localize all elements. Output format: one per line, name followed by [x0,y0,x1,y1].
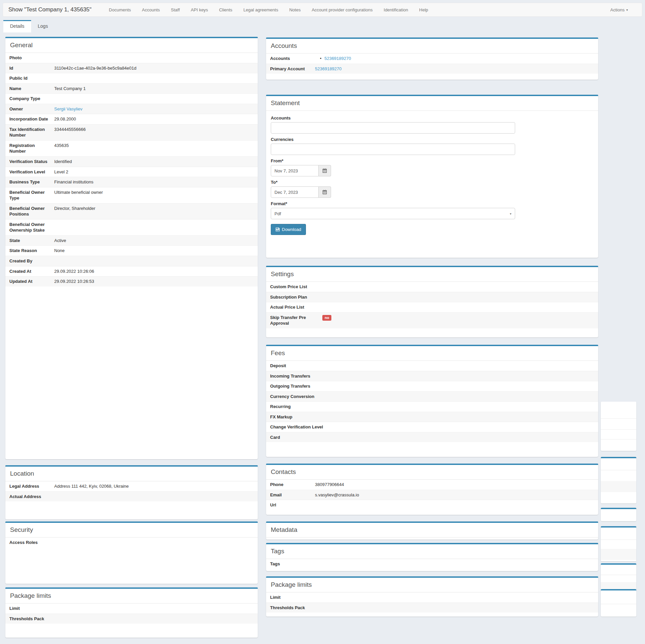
table-row: Custom Price List [266,282,598,292]
statement-to-label: To* [271,180,593,185]
table-row: Change Verification Level [266,422,598,432]
section-title: Security [5,523,258,538]
table-row: Thresholds Pack [5,614,258,624]
navbar-item[interactable]: Identification [384,7,408,12]
row-label: Verification Level [9,169,54,175]
section-contacts: Contacts Phone380977906644Emails.vasylie… [266,464,598,515]
navbar-item[interactable]: API keys [191,7,208,12]
accounts-table: Accounts•52369189270Primary Account52369… [266,54,598,74]
account-link[interactable]: 52369189270 [324,56,351,62]
row-label: Registration Number [9,143,54,154]
table-row: Currency Conversion [266,391,598,402]
table-row: Accounts•52369189270 [266,54,598,64]
section-title: Tags [266,544,598,559]
navbar-item[interactable]: Staff [171,7,180,12]
table-row: Subscription Plan [266,292,598,302]
status-badge: no [322,315,331,321]
row-value-text: 3110e42c-c1ae-402a-9e36-be5c9a84e01d [54,66,137,71]
row-label: Primary Account [270,66,315,72]
statement-format-label: Format* [271,201,593,206]
table-row: OwnerSergii Vasyliev [5,104,258,114]
row-value-text: Level 2 [54,169,68,174]
table-row: Limit [266,592,598,602]
row-label: Beneficial Owner Ownership Stake [9,222,54,233]
from-date-input[interactable] [271,165,319,176]
table-row: Phone380977906644 [266,480,598,490]
table-row: FX Markup [266,412,598,422]
actions-dropdown[interactable]: Actions ▾ [610,7,628,12]
statement-currencies-input[interactable] [271,144,515,155]
download-button[interactable]: Download [271,224,306,235]
table-row: Actual Address [5,491,258,502]
section-package-limits-right: Package limits LimitThresholds Pack [266,576,598,617]
navbar-item[interactable]: Notes [289,7,301,12]
calendar-icon[interactable] [319,186,331,198]
row-value-text: 3344445556666 [54,127,86,132]
row-label: Created At [9,268,54,274]
row-label: Tags [270,561,315,567]
table-row: Id3110e42c-c1ae-402a-9e36-be5c9a84e01d [5,63,258,73]
row-value-text: Active [54,238,66,243]
layout-artifact-panel [601,457,636,503]
navbar-item[interactable]: Documents [109,7,131,12]
table-row: Card [266,432,598,442]
row-label: Tax Identification Number [9,127,54,138]
table-row: Beneficial Owner TypeUltimate beneficial… [5,187,258,203]
table-row: Skip Transfer Pre Approvalno [266,312,598,328]
row-value-text: Director, Shareholder [54,206,95,211]
floppy-icon [275,227,280,232]
row-value: None [54,248,254,254]
statement-form: Accounts Currencies From* To* Format* Pd… [266,111,598,239]
row-value: Identified [54,159,254,165]
tab-details[interactable]: Details [3,20,31,32]
navbar-item[interactable]: Clients [219,7,232,12]
tags-table: Tags [266,559,598,569]
row-value: Test Company 1 [54,86,254,92]
tab-bar: Details Logs [3,20,55,32]
tab-logs[interactable]: Logs [31,20,55,32]
section-package-limits-left: Package limits LimitThresholds Pack [5,587,258,638]
section-title: Statement [266,96,598,111]
table-row: Verification LevelLevel 2 [5,167,258,177]
row-label: Created By [9,258,54,264]
layout-artifact-panel [601,402,636,451]
section-title: Package limits [5,589,258,603]
navbar-menu: DocumentsAccountsStaffAPI keysClientsLeg… [109,7,428,12]
row-value: 3344445556666 [54,127,254,133]
caret-down-icon: ▾ [626,8,628,12]
row-label: Actual Price List [270,304,322,310]
calendar-icon[interactable] [319,165,331,176]
section-security: Security Access Roles [5,521,258,584]
section-title: Package limits [266,578,598,592]
row-label: Name [9,86,54,92]
table-row: Updated At29.09.2022 10:26:53 [5,276,258,287]
row-value-link[interactable]: Sergii Vasyliev [54,106,82,111]
table-row: Tax Identification Number3344445556666 [5,124,258,140]
navbar-item[interactable]: Accounts [142,7,160,12]
section-general: General PhotoId3110e42c-c1ae-402a-9e36-b… [5,37,258,459]
table-row: Beneficial Owner PositionsDirector, Shar… [5,203,258,219]
row-label: Photo [9,55,54,61]
row-label: Verification Status [9,159,54,165]
to-date-input[interactable] [271,186,319,198]
row-label: Limit [9,606,54,612]
format-select[interactable]: Pdf ▾ [271,208,515,219]
row-value: •52369189270 [315,56,595,62]
table-row: Access Roles [5,538,258,548]
section-location: Location Legal AddressAddress 111 442, K… [5,465,258,519]
table-row: Recurring [266,401,598,412]
statement-accounts-input[interactable] [271,122,515,134]
row-value-text: 435635 [54,143,69,148]
section-settings: Settings Custom Price ListSubscription P… [266,266,598,337]
row-label: Legal Address [9,483,54,489]
layout-artifact-panel [601,563,636,591]
navbar-item[interactable]: Legal agreements [243,7,278,12]
row-value: Active [54,238,254,244]
table-row: Thresholds Pack [266,602,598,613]
row-value-link[interactable]: 52369189270 [315,66,342,71]
table-row: Photo [5,53,258,63]
navbar-item[interactable]: Account provider configurations [312,7,373,12]
navbar-item[interactable]: Help [419,7,428,12]
row-label: Subscription Plan [270,294,322,300]
package-limits-table: LimitThresholds Pack [5,603,258,624]
